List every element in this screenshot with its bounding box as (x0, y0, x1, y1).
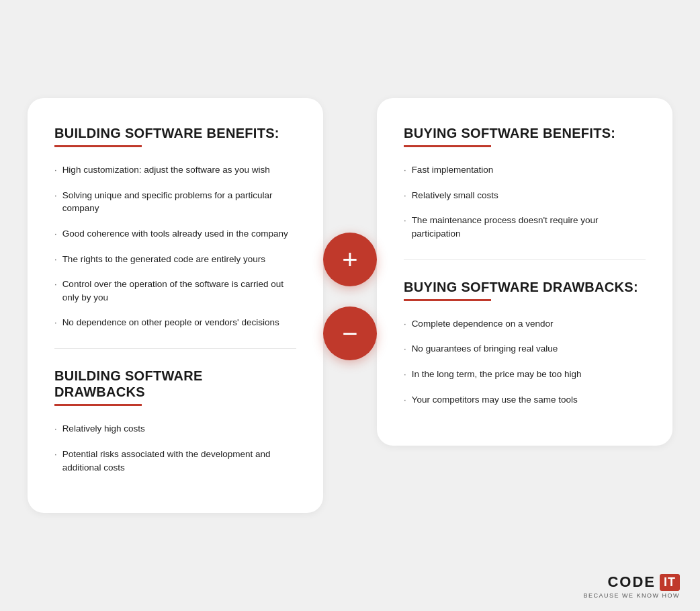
list-item: ·Your competitors may use the same tools (404, 393, 646, 407)
bullet-icon: · (404, 394, 406, 407)
building-drawbacks-title: BUILDING SOFTWARE DRAWBACKS (54, 368, 296, 400)
bullet-icon: · (404, 190, 406, 202)
buying-drawbacks-list: ·Complete dependence on a vendor ·No gua… (404, 317, 646, 407)
list-item: ·Control over the operation of the softw… (54, 278, 296, 304)
building-drawbacks-list: ·Relatively high costs ·Potential risks … (54, 422, 296, 474)
logo-tagline: BECAUSE WE KNOW HOW (583, 592, 680, 599)
main-container: BUILDING SOFTWARE BENEFITS: ·High custom… (28, 98, 672, 514)
buying-benefits-title: BUYING SOFTWARE BENEFITS: (404, 125, 646, 141)
building-benefits-underline (54, 145, 142, 147)
logo-code-text: CODE (607, 573, 656, 591)
list-item: ·The rights to the generated code are en… (54, 253, 296, 266)
list-item: ·No dependence on other people or vendor… (54, 316, 296, 329)
logo-row: CODE IT (607, 573, 680, 591)
bullet-icon: · (54, 448, 57, 461)
list-item: ·High customization: adjust the software… (54, 163, 296, 177)
bullet-icon: · (404, 368, 406, 381)
plus-icon: + (342, 246, 357, 273)
bullet-icon: · (54, 253, 57, 266)
list-item: ·No guarantees of bringing real value (404, 342, 646, 356)
bullet-icon: · (54, 190, 57, 202)
bullet-icon: · (404, 214, 406, 227)
list-item: ·Relatively high costs (54, 422, 296, 436)
section-divider (54, 348, 296, 349)
building-benefits-title: BUILDING SOFTWARE BENEFITS: (54, 125, 296, 141)
list-item: ·Good coherence with tools already used … (54, 227, 296, 241)
buying-benefits-underline (404, 145, 491, 147)
bullet-icon: · (404, 318, 406, 331)
logo-it-text: IT (660, 574, 680, 591)
list-item: ·Solving unique and specific problems fo… (54, 189, 296, 215)
list-item: ·Potential risks associated with the dev… (54, 448, 296, 474)
logo-area: CODE IT BECAUSE WE KNOW HOW (583, 573, 680, 599)
buying-benefits-list: ·Fast implementation ·Relatively small c… (404, 163, 646, 241)
list-item: ·Relatively small costs (404, 189, 646, 202)
right-card: BUYING SOFTWARE BENEFITS: ·Fast implemen… (377, 98, 672, 446)
bullet-icon: · (54, 228, 57, 241)
building-benefits-list: ·High customization: adjust the software… (54, 163, 296, 330)
buying-drawbacks-section: BUYING SOFTWARE DRAWBACKS: ·Complete dep… (404, 279, 646, 407)
section-divider (404, 259, 646, 260)
bullet-icon: · (54, 278, 57, 291)
bullet-icon: · (404, 164, 406, 177)
building-drawbacks-section: BUILDING SOFTWARE DRAWBACKS ·Relatively … (54, 368, 296, 474)
list-item: ·In the long term, the price may be too … (404, 368, 646, 381)
left-card: BUILDING SOFTWARE BENEFITS: ·High custom… (28, 98, 323, 514)
building-drawbacks-underline (54, 404, 142, 406)
bullet-icon: · (54, 317, 57, 329)
bullet-icon: · (54, 423, 57, 436)
building-benefits-section: BUILDING SOFTWARE BENEFITS: ·High custom… (54, 125, 296, 330)
list-item: ·The maintenance process doesn't require… (404, 214, 646, 240)
buying-drawbacks-title: BUYING SOFTWARE DRAWBACKS: (404, 279, 646, 295)
buying-drawbacks-underline (404, 299, 491, 301)
list-item: ·Complete dependence on a vendor (404, 317, 646, 331)
list-item: ·Fast implementation (404, 163, 646, 177)
bullet-icon: · (54, 164, 57, 177)
bullet-icon: · (404, 343, 406, 356)
minus-icon: − (342, 320, 357, 347)
minus-icon-circle: − (323, 307, 377, 360)
plus-icon-circle: + (323, 233, 377, 286)
center-icons: + − (323, 233, 377, 360)
buying-benefits-section: BUYING SOFTWARE BENEFITS: ·Fast implemen… (404, 125, 646, 241)
